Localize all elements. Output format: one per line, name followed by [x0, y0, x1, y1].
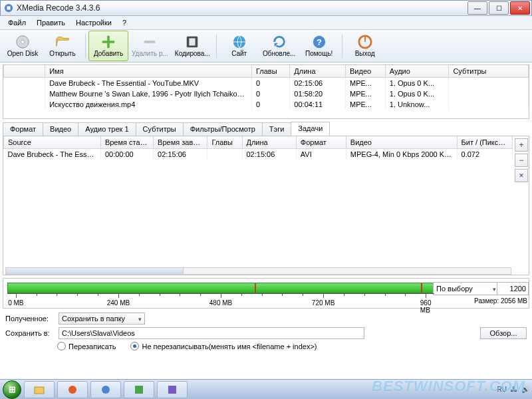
- update-label: Обновле...: [263, 50, 295, 57]
- task-explorer[interactable]: [24, 381, 55, 398]
- jobs-scrollbar[interactable]: [5, 267, 511, 275]
- file-row[interactable]: Matthew Bourne 's Swan Lake, 1996 - Pyot…: [4, 88, 529, 99]
- ruler-tick-label: 240 MB: [107, 299, 130, 307]
- size-mode-label: По выбору: [436, 285, 473, 293]
- svg-rect-16: [168, 386, 176, 394]
- app-icon: [3, 3, 14, 13]
- minus-icon: [142, 35, 157, 49]
- browse-button[interactable]: Обзор...: [480, 327, 527, 339]
- tab-tags[interactable]: Тэги: [262, 122, 292, 136]
- radio-rename[interactable]: Не перезаписывать(менять имя <filename +…: [130, 342, 317, 350]
- help-button[interactable]: ? Помощь!: [299, 31, 339, 61]
- file-row[interactable]: Dave Brubeck - The Essential - YouTube.M…: [4, 78, 529, 89]
- ruler-tick-label: 0 MB: [8, 299, 23, 307]
- job-clear-button[interactable]: ×: [515, 169, 528, 182]
- job-add-button[interactable]: +: [515, 138, 528, 152]
- add-job-button[interactable]: Добавить: [88, 31, 128, 61]
- svg-rect-11: [364, 36, 366, 42]
- files-col-duration[interactable]: Длина: [290, 65, 346, 78]
- file-cell: [4, 78, 45, 89]
- menu-file[interactable]: Файл: [3, 17, 31, 28]
- system-tray[interactable]: RU 🖧 🔊: [497, 386, 529, 393]
- film-icon: [185, 35, 200, 49]
- files-col-video[interactable]: Видео: [346, 65, 386, 78]
- total-size-label: Размер: 2056 MB: [474, 297, 527, 305]
- files-col-subs[interactable]: Субтитры: [449, 65, 529, 78]
- tab-format[interactable]: Формат: [3, 122, 43, 136]
- remove-job-label: Удалить р...: [132, 50, 168, 57]
- size-value-input[interactable]: 1200: [497, 282, 529, 295]
- toolbar-separator: [342, 34, 342, 58]
- tray-volume-icon[interactable]: 🔊: [521, 386, 529, 393]
- svg-point-14: [102, 386, 110, 394]
- tab-jobs[interactable]: Задачи: [291, 122, 330, 136]
- tray-lang[interactable]: RU: [497, 386, 507, 393]
- job-row[interactable]: Dave Brubeck - The Essential - YouTu...0…: [4, 149, 513, 160]
- result-mode-text: Сохранить в папку: [62, 315, 125, 323]
- open-file-label: Открыть: [49, 50, 75, 57]
- file-cell: [449, 88, 529, 99]
- jobs-col-bit[interactable]: Бит / (Пиксел*...: [457, 136, 512, 149]
- tab-audio[interactable]: Аудио трек 1: [78, 122, 136, 136]
- job-cell: MPEG-4, Min 0 Kbps 2000 Kbps Max ...: [346, 149, 457, 160]
- tab-filters[interactable]: Фильтры/Просмотр: [183, 122, 263, 136]
- jobs-side-buttons: + − ×: [515, 138, 527, 182]
- jobs-col-source[interactable]: Source: [4, 136, 101, 149]
- job-cell: [207, 149, 242, 160]
- add-job-label: Добавить: [94, 50, 123, 57]
- minimize-button[interactable]: —: [467, 1, 487, 15]
- task-xmedia[interactable]: [90, 381, 121, 398]
- file-cell: 01:58:20: [290, 88, 346, 99]
- start-button[interactable]: ⊞: [3, 380, 21, 399]
- window-titlebar: XMedia Recode 3.4.3.6 — ☐ ✕: [0, 0, 532, 16]
- job-remove-button[interactable]: −: [515, 154, 528, 167]
- output-settings: Полученное: Сохранить в папку Сохранить …: [5, 313, 527, 350]
- exit-button[interactable]: Выход: [345, 31, 385, 61]
- jobs-col-video[interactable]: Видео: [346, 136, 457, 149]
- file-cell: 0: [251, 78, 289, 89]
- jobs-col-duration[interactable]: Длина: [242, 136, 296, 149]
- task-browser[interactable]: [57, 381, 88, 398]
- job-cell: AVI: [296, 149, 346, 160]
- jobs-col-format[interactable]: Формат: [296, 136, 346, 149]
- file-row[interactable]: Искусство движения.mp4000:04:11MPE...1. …: [4, 99, 529, 110]
- menu-bar: Файл Править Настройки ?: [0, 16, 532, 30]
- save-path-input[interactable]: C:\Users\Slava\Videos: [59, 327, 364, 339]
- file-cell: 00:04:11: [290, 99, 346, 110]
- tab-video[interactable]: Видео: [43, 122, 78, 136]
- source-files-table[interactable]: ИмяГлавыДлинаВидеоАудиоСубтитры Dave Bru…: [3, 65, 529, 110]
- jobs-col-end[interactable]: Время заве...: [154, 136, 207, 149]
- file-cell: MPE...: [346, 88, 386, 99]
- files-col-icon[interactable]: [4, 65, 45, 78]
- maximize-button[interactable]: ☐: [489, 1, 509, 15]
- menu-settings[interactable]: Настройки: [70, 17, 117, 28]
- update-button[interactable]: Обновле...: [259, 31, 299, 61]
- task-app[interactable]: [124, 381, 154, 398]
- close-button[interactable]: ✕: [510, 1, 530, 15]
- site-button[interactable]: Сайт: [219, 31, 259, 61]
- files-col-audio[interactable]: Аудио: [385, 65, 449, 78]
- task-app-2[interactable]: [157, 381, 188, 398]
- result-mode-select[interactable]: Сохранить в папку: [59, 313, 145, 325]
- encode-button[interactable]: Кодирова...: [172, 31, 213, 61]
- size-mode-select[interactable]: По выбору: [433, 282, 499, 295]
- tab-subtitles[interactable]: Субтитры: [136, 122, 184, 136]
- file-cell: 02:15:06: [290, 78, 346, 89]
- menu-edit[interactable]: Править: [31, 17, 70, 28]
- jobs-col-start[interactable]: Время старта: [100, 136, 153, 149]
- size-progress-bar[interactable]: [7, 283, 434, 293]
- exit-label: Выход: [355, 50, 375, 57]
- radio-overwrite[interactable]: Перезаписать: [57, 342, 116, 350]
- source-files-panel: ИмяГлавыДлинаВидеоАудиоСубтитры Dave Bru…: [3, 65, 529, 119]
- help-icon: ?: [312, 35, 327, 49]
- open-disk-button[interactable]: Open Disk: [3, 31, 43, 61]
- files-col-name[interactable]: Имя: [45, 65, 252, 78]
- file-cell: [449, 78, 529, 89]
- tray-network-icon[interactable]: 🖧: [511, 386, 517, 393]
- jobs-col-chapters[interactable]: Главы: [207, 136, 242, 149]
- file-cell: 1. Unknow...: [385, 99, 449, 110]
- files-col-chapters[interactable]: Главы: [251, 65, 289, 78]
- menu-help[interactable]: ?: [117, 17, 132, 28]
- jobs-table[interactable]: SourceВремя стартаВремя заве...ГлавыДлин…: [3, 136, 513, 160]
- open-file-button[interactable]: Открыть: [43, 31, 82, 61]
